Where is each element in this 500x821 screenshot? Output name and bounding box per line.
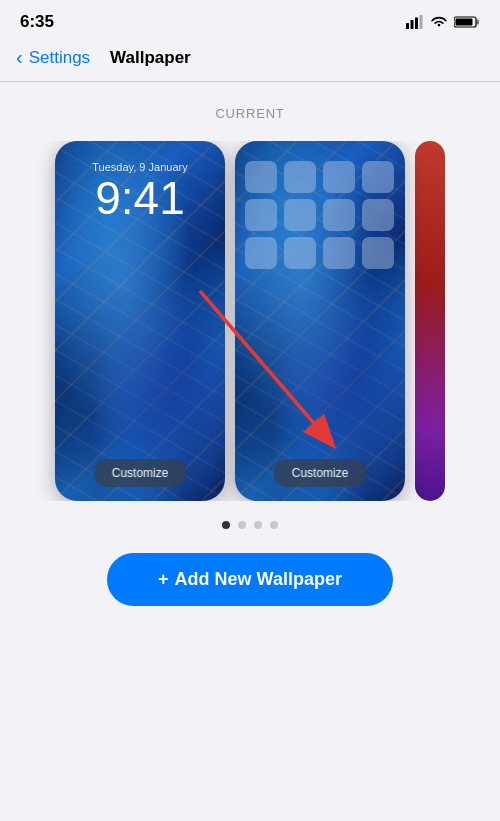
section-label: CURRENT	[215, 106, 284, 121]
app-icon	[323, 199, 355, 231]
page-dot-1	[222, 521, 230, 529]
cards-container: Tuesday, 9 January 9:41 Customize	[0, 141, 500, 501]
page-dot-4	[270, 521, 278, 529]
app-icon	[245, 199, 277, 231]
plus-icon: +	[158, 569, 169, 590]
svg-rect-3	[420, 15, 423, 29]
signal-icon	[406, 15, 424, 29]
status-bar: 6:35	[0, 0, 500, 38]
home-screen-grid	[245, 161, 395, 269]
app-icon	[284, 237, 316, 269]
status-icons	[406, 15, 480, 29]
svg-rect-0	[406, 23, 409, 29]
add-wallpaper-label: Add New Wallpaper	[175, 569, 342, 590]
peek-card	[415, 141, 445, 501]
app-icon	[362, 237, 394, 269]
app-icon	[284, 199, 316, 231]
svg-rect-6	[456, 19, 473, 26]
peek-wallpaper	[415, 141, 445, 501]
battery-icon	[454, 15, 480, 29]
svg-rect-1	[411, 20, 414, 29]
home-customize-button[interactable]: Customize	[274, 459, 367, 487]
back-label: Settings	[29, 48, 90, 68]
lock-screen-overlay: Tuesday, 9 January 9:41	[55, 141, 225, 221]
back-button[interactable]: ‹ Settings	[16, 46, 90, 69]
svg-rect-5	[477, 20, 480, 25]
home-screen-card[interactable]: Customize	[235, 141, 405, 501]
wifi-icon	[430, 15, 448, 29]
add-wallpaper-button[interactable]: + Add New Wallpaper	[107, 553, 393, 606]
app-icon	[362, 161, 394, 193]
svg-rect-2	[415, 18, 418, 30]
app-icon	[362, 199, 394, 231]
nav-bar: ‹ Settings Wallpaper	[0, 38, 500, 81]
page-dot-3	[254, 521, 262, 529]
page-dots	[222, 521, 278, 529]
back-chevron-icon: ‹	[16, 46, 23, 69]
lock-time: 9:41	[65, 175, 215, 221]
app-icon	[245, 161, 277, 193]
app-icon	[323, 161, 355, 193]
lock-screen-card[interactable]: Tuesday, 9 January 9:41 Customize	[55, 141, 225, 501]
lock-customize-button[interactable]: Customize	[94, 459, 187, 487]
page-dot-2	[238, 521, 246, 529]
app-icon	[323, 237, 355, 269]
main-content: CURRENT Tuesday, 9 January 9:41 Customiz…	[0, 82, 500, 606]
app-icon	[284, 161, 316, 193]
app-icon	[245, 237, 277, 269]
page-title: Wallpaper	[110, 48, 191, 68]
status-time: 6:35	[20, 12, 54, 32]
